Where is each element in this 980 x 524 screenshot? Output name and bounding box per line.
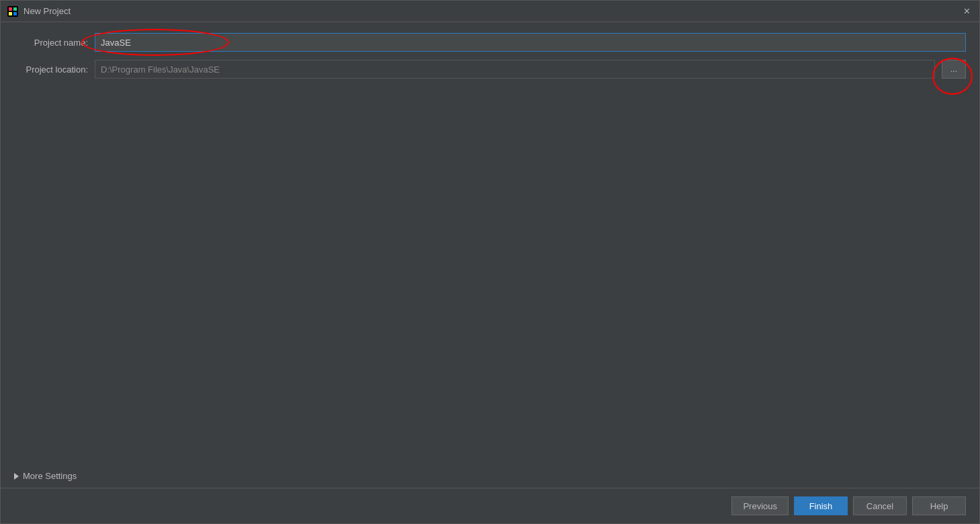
svg-rect-4	[13, 12, 17, 15]
content-spacer	[14, 87, 966, 453]
svg-rect-2	[13, 7, 17, 11]
finish-button[interactable]: Finish	[794, 496, 848, 515]
project-name-row: Project name:	[14, 33, 966, 52]
title-bar: New Project ×	[1, 1, 979, 22]
dialog-title: New Project	[24, 6, 71, 16]
expand-icon	[14, 473, 19, 480]
more-settings-label: More Settings	[23, 471, 77, 481]
svg-rect-1	[9, 7, 12, 11]
project-location-label: Project location:	[14, 64, 88, 75]
app-icon	[7, 6, 18, 17]
more-settings-section[interactable]: More Settings	[1, 464, 979, 488]
title-bar-left: New Project	[7, 6, 71, 17]
project-name-label: Project name:	[14, 38, 88, 48]
close-button[interactable]: ×	[961, 5, 973, 18]
previous-button[interactable]: Previous	[731, 496, 789, 515]
project-name-input[interactable]	[95, 33, 966, 52]
project-location-row: Project location: ...	[14, 60, 966, 79]
content-area: Project name: Project location: ...	[1, 22, 979, 464]
cancel-button[interactable]: Cancel	[853, 496, 907, 515]
dialog-footer: Previous Finish Cancel Help	[1, 488, 979, 523]
project-location-input[interactable]	[95, 60, 935, 79]
new-project-dialog: New Project × Project name: Project loca…	[0, 0, 980, 524]
browse-button[interactable]: ...	[942, 60, 966, 79]
svg-rect-3	[9, 12, 12, 15]
help-button[interactable]: Help	[912, 496, 966, 515]
